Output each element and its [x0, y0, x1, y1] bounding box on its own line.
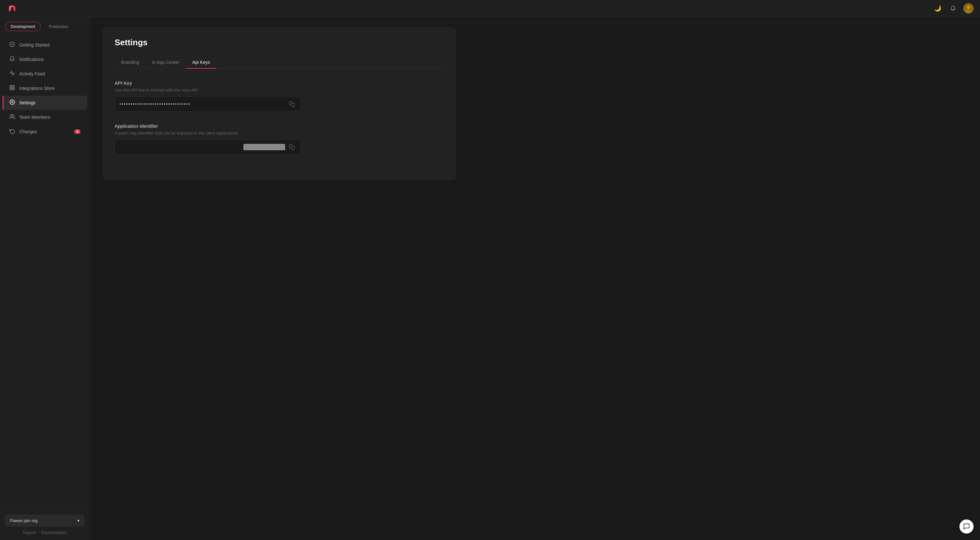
refresh-icon: [9, 128, 16, 135]
svg-rect-8: [13, 88, 14, 90]
sidebar-footer: Pawan jain org ▾ Support Documentation: [0, 510, 89, 540]
topbar-right: 🌙: [932, 3, 974, 13]
api-key-copy-button[interactable]: [288, 100, 296, 108]
notification-bell-button[interactable]: [948, 3, 958, 13]
svg-point-4: [967, 6, 970, 9]
nav-items: Getting Started Notifications Activ: [0, 35, 89, 510]
env-switcher: Development Production: [0, 17, 89, 35]
chat-widget[interactable]: [959, 519, 974, 534]
support-link[interactable]: Support: [23, 530, 36, 535]
changes-badge: 4: [74, 129, 81, 134]
svg-rect-13: [291, 146, 294, 149]
users-icon: [9, 114, 16, 121]
app-identifier-description: A public key identifier that can be expo…: [115, 131, 444, 135]
main-layout: Development Production Getting Started: [0, 17, 980, 540]
app-identifier-input-wrapper: [115, 139, 301, 155]
documentation-link[interactable]: Documentation: [41, 530, 67, 535]
tab-api-keys[interactable]: Api Keys: [186, 57, 216, 69]
sidebar-item-label: Integrations Store: [19, 86, 55, 91]
sidebar-item-integrations-store[interactable]: Integrations Store: [3, 81, 87, 95]
theme-toggle-button[interactable]: 🌙: [932, 3, 943, 13]
env-development-button[interactable]: Development: [5, 22, 41, 31]
svg-rect-6: [10, 86, 11, 87]
footer-links: Support Documentation: [5, 530, 84, 535]
sidebar-item-label: Settings: [19, 100, 36, 105]
sidebar-item-team-members[interactable]: Team Members: [3, 110, 87, 124]
api-key-description: Use this API key to interact with the no…: [115, 87, 444, 92]
api-key-input[interactable]: [119, 102, 288, 106]
api-key-label: API Key: [115, 80, 444, 86]
svg-rect-0: [6, 3, 18, 14]
sidebar-item-activity-feed[interactable]: Activity Feed: [3, 67, 87, 81]
check-circle-icon: [9, 41, 16, 48]
app-identifier-input[interactable]: [119, 145, 243, 149]
copy-icon-2: [289, 144, 295, 150]
app-identifier-redacted: [243, 144, 285, 150]
api-key-input-wrapper: [115, 96, 301, 112]
activity-icon: [9, 70, 16, 77]
sidebar-item-label: Team Members: [19, 114, 50, 120]
svg-point-10: [11, 102, 13, 103]
sidebar-item-getting-started[interactable]: Getting Started: [3, 38, 87, 52]
copy-icon: [289, 101, 295, 107]
logo-area: [6, 3, 18, 14]
settings-tabs: Branding In App Center Api Keys: [115, 57, 444, 69]
settings-gear-icon: [9, 99, 16, 106]
svg-rect-12: [291, 103, 294, 106]
sidebar-item-settings[interactable]: Settings: [3, 96, 87, 110]
sidebar-item-label: Getting Started: [19, 42, 49, 48]
app-identifier-label: Application Identifier: [115, 123, 444, 129]
bell-nav-icon: [9, 56, 16, 63]
topbar: 🌙: [0, 0, 980, 17]
svg-point-5: [966, 10, 971, 13]
svg-point-11: [11, 114, 13, 116]
app-identifier-section: Application Identifier A public key iden…: [115, 123, 444, 155]
avatar-image: [963, 3, 974, 13]
sidebar: Development Production Getting Started: [0, 17, 90, 540]
svg-rect-9: [10, 88, 11, 90]
sidebar-item-changes[interactable]: Changes 4: [3, 125, 87, 139]
sidebar-item-notifications[interactable]: Notifications: [3, 52, 87, 67]
novu-logo: [6, 3, 18, 14]
main-content: Settings Branding In App Center Api Keys…: [90, 17, 980, 540]
moon-icon: 🌙: [934, 5, 941, 12]
sidebar-item-label: Activity Feed: [19, 71, 45, 76]
chat-icon: [963, 523, 970, 530]
grid-icon: [9, 85, 16, 92]
tab-branding[interactable]: Branding: [115, 57, 145, 69]
footer-divider-dot: [38, 532, 39, 533]
org-selector[interactable]: Pawan jain org ▾: [5, 515, 84, 527]
app-identifier-copy-button[interactable]: [288, 143, 296, 151]
avatar[interactable]: [963, 3, 974, 13]
env-production-button[interactable]: Production: [43, 22, 74, 31]
sidebar-item-label: Changes: [19, 129, 37, 134]
svg-rect-7: [13, 86, 14, 87]
api-key-section: API Key Use this API key to interact wit…: [115, 80, 444, 112]
tab-in-app-center[interactable]: In App Center: [145, 57, 186, 69]
bell-icon: [950, 5, 956, 11]
org-name: Pawan jain org: [10, 518, 38, 523]
page-title: Settings: [115, 38, 444, 48]
chevron-down-icon: ▾: [77, 518, 80, 523]
sidebar-item-label: Notifications: [19, 57, 44, 62]
settings-panel: Settings Branding In App Center Api Keys…: [103, 27, 456, 179]
